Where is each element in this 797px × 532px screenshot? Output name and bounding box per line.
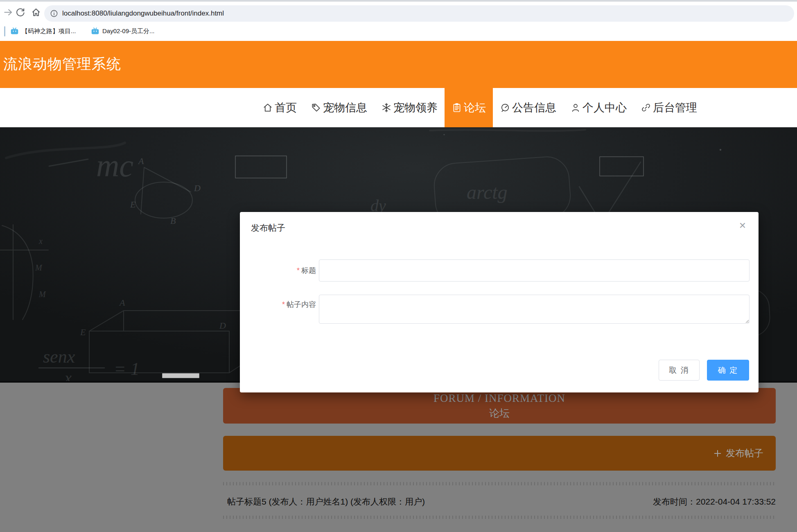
forum-banner-zh: 论坛 xyxy=(489,406,510,420)
nav-item-pet-adopt[interactable]: 宠物领养 xyxy=(374,88,445,127)
svg-text:M: M xyxy=(35,263,43,272)
tag-icon xyxy=(311,102,321,113)
post-list-item[interactable]: 帖子标题5 (发布人：用户姓名1) (发布人权限：用户) 发布时间：2022-0… xyxy=(227,494,776,510)
content-textarea[interactable] xyxy=(319,295,750,324)
svg-text:arctg: arctg xyxy=(467,181,508,203)
dialog-title: 发布帖子 xyxy=(251,222,285,234)
page-title: 流浪动物管理系统 xyxy=(3,54,121,74)
nav-item-forum[interactable]: 论坛 xyxy=(445,88,493,127)
background-progress-strip xyxy=(162,373,199,378)
browser-toolbar: localhost:8080/liulangdongwubeihua/front… xyxy=(0,2,797,22)
content-field-label: *帖子内容 xyxy=(240,295,316,309)
site-header: 流浪动物管理系统 xyxy=(0,41,797,88)
nav-item-personal-center[interactable]: 个人中心 xyxy=(563,88,634,127)
link-icon xyxy=(641,102,651,113)
nav-item-pet-info[interactable]: 宠物信息 xyxy=(304,88,374,127)
svg-text:E: E xyxy=(130,199,136,210)
close-icon[interactable]: × xyxy=(736,219,750,232)
dotted-separator xyxy=(223,516,776,519)
forum-page-content: FORUM / INFORMATION 论坛 发布帖子 帖子标题5 (发布人：用… xyxy=(0,383,797,532)
svg-text:B: B xyxy=(170,216,176,226)
forward-icon[interactable] xyxy=(3,7,14,18)
post-title: 帖子标题5 (发布人：用户姓名1) (发布人权限：用户) xyxy=(227,496,425,507)
svg-text:D: D xyxy=(194,183,201,193)
nav-item-admin[interactable]: 后台管理 xyxy=(634,88,704,127)
forum-banner-en: FORUM / INFORMATION xyxy=(433,392,565,405)
svg-text:mc: mc xyxy=(96,148,133,183)
svg-text:= 1: = 1 xyxy=(114,359,140,379)
svg-text:A: A xyxy=(138,156,144,166)
bilibili-icon xyxy=(91,27,99,36)
bookmark-item[interactable]: Day02-09-员工分... xyxy=(91,25,155,38)
publish-post-dialog: 发布帖子 × *标题 *帖子内容 取 消 确 定 xyxy=(240,212,759,392)
forum-toolbar-banner: 发布帖子 xyxy=(223,436,776,471)
plus-icon xyxy=(713,449,722,458)
cancel-button[interactable]: 取 消 xyxy=(659,360,700,381)
forum-title-banner: FORUM / INFORMATION 论坛 xyxy=(223,388,776,424)
snowflake-icon xyxy=(381,102,392,113)
post-time: 发布时间：2022-04-04 17:33:52 xyxy=(653,496,776,507)
gauge-icon xyxy=(500,102,510,113)
bilibili-icon xyxy=(10,27,19,36)
home-icon xyxy=(262,102,273,113)
address-bar[interactable]: localhost:8080/liulangdongwubeihua/front… xyxy=(44,5,794,22)
nav-item-home[interactable]: 首页 xyxy=(255,88,304,127)
svg-text:x: x xyxy=(38,237,43,246)
svg-text:M: M xyxy=(38,290,46,299)
bookmark-label: Day02-09-员工分... xyxy=(102,27,155,35)
new-post-button[interactable]: 发布帖子 xyxy=(713,447,763,460)
site-info-icon[interactable] xyxy=(50,9,59,18)
required-asterisk: * xyxy=(297,266,300,275)
required-asterisk: * xyxy=(282,300,285,309)
svg-text:senx: senx xyxy=(43,347,75,367)
svg-text:x: x xyxy=(64,369,72,381)
url-text[interactable]: localhost:8080/liulangdongwubeihua/front… xyxy=(62,5,224,22)
title-field-label: *标题 xyxy=(240,259,316,282)
title-input[interactable] xyxy=(319,259,750,282)
bookmarks-bar: 【码神之路】项目... Day02-09-员工分... xyxy=(0,22,797,41)
reload-icon[interactable] xyxy=(15,7,26,18)
home-browser-icon[interactable] xyxy=(31,7,41,18)
main-nav: 首页 宠物信息 宠物领养 论坛 公告信息 个人中心 后台管理 xyxy=(0,88,797,127)
person-icon xyxy=(570,102,581,113)
clipboard-icon xyxy=(452,102,462,113)
bookmarks-divider xyxy=(4,26,5,36)
svg-text:D: D xyxy=(219,320,226,331)
svg-text:E: E xyxy=(80,327,86,337)
confirm-button[interactable]: 确 定 xyxy=(707,360,749,381)
nav-item-notice[interactable]: 公告信息 xyxy=(493,88,563,127)
dotted-separator xyxy=(223,482,776,485)
svg-text:A: A xyxy=(119,298,125,308)
bookmark-label: 【码神之路】项目... xyxy=(22,27,76,35)
bookmark-item[interactable]: 【码神之路】项目... xyxy=(10,25,76,38)
